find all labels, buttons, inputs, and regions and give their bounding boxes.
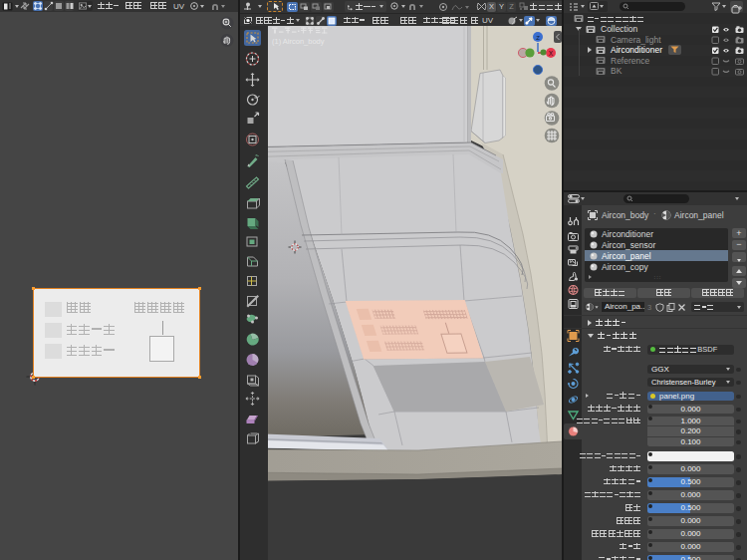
svg-text:(1) Aircon_body: (1) Aircon_body: [272, 37, 325, 46]
svg-text:X: X: [549, 50, 554, 57]
svg-text:Z: Z: [536, 35, 540, 41]
